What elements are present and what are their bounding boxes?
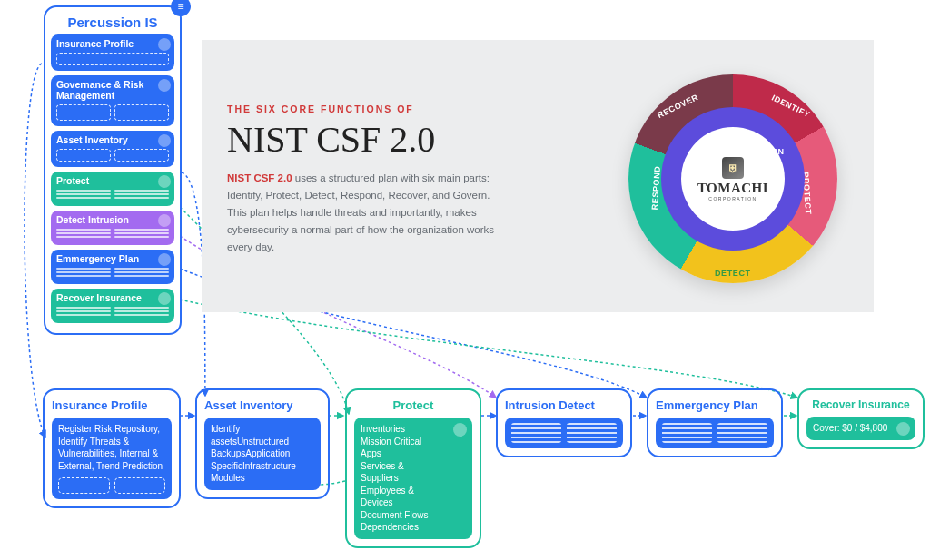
card-asset-inventory[interactable]: Asset Inventory Identify assetsUnstructu… (195, 388, 330, 499)
donut-segment-respond: RESPOND (650, 165, 662, 210)
card-body-text: InventoriesMission CriticalAppsServices … (361, 424, 428, 532)
card-insurance-profile[interactable]: Insurance Profile Register Risk Reposito… (43, 388, 181, 508)
sidebar-item-label: Detect Intrusion (56, 214, 169, 225)
sidebar-item-label: Emmergency Plan (56, 253, 169, 264)
card-body: Identify assetsUnstructured BackupsAppli… (204, 418, 321, 490)
donut-segment-detect: DETECT (715, 269, 751, 278)
donut-segment-recover: RECOVER (656, 93, 699, 120)
sidebar-item-recover-insurance[interactable]: Recover Insurance (51, 289, 174, 323)
card-body: Cover: $0 / $4,800 (806, 417, 915, 440)
card-title: Recover Insurance (806, 397, 915, 417)
card-body (505, 418, 623, 448)
expand-icon[interactable] (158, 292, 171, 305)
card-body-text: Cover: $0 / $4,800 (813, 423, 887, 433)
info-body-lead: NIST CSF 2.0 (227, 172, 292, 183)
card-body: Register Risk Repository, Identify Threa… (52, 418, 172, 499)
card-emergency-plan[interactable]: Emmergency Plan (647, 388, 783, 457)
sidebar-item-label: Governance & Risk Management (56, 79, 169, 101)
info-eyebrow: THE SIX CORE FUNCTIONS OF (227, 103, 509, 114)
card-body (656, 418, 774, 448)
info-body-text: uses a structured plan with six main par… (227, 172, 494, 252)
card-body: InventoriesMission CriticalAppsServices … (354, 418, 472, 539)
shield-icon: ⛨ (728, 162, 738, 173)
sidebar-handle-icon[interactable]: ≡ (171, 0, 191, 16)
donut-outer-ring: IDENTIFY PROTECT DETECT RESPOND RECOVER … (628, 74, 837, 283)
info-panel: THE SIX CORE FUNCTIONS OF NIST CSF 2.0 N… (202, 40, 874, 312)
expand-icon[interactable] (158, 175, 171, 188)
card-title: Asset Inventory (204, 397, 321, 418)
expand-icon[interactable] (158, 79, 171, 92)
card-title: Protect (354, 397, 472, 418)
sidebar-item-label: Asset Inventory (56, 134, 169, 145)
sidebar-item-governance[interactable]: Governance & Risk Management (51, 75, 174, 126)
info-icon (896, 422, 910, 436)
sidebar-item-label: Insurance Profile (56, 38, 169, 49)
expand-icon[interactable] (158, 134, 171, 147)
sidebar-item-protect[interactable]: Protect (51, 172, 174, 206)
card-intrusion-detect[interactable]: Intrusion Detect (496, 388, 632, 457)
sidebar-item-label: Protect (56, 175, 169, 186)
sidebar-title: Percussion IS (51, 13, 174, 34)
donut-brand: TOMACHI (698, 181, 768, 196)
donut-segment-identify: IDENTIFY (770, 93, 812, 119)
card-body-text: Register Risk Repository, Identify Threa… (58, 424, 163, 471)
info-body: NIST CSF 2.0 uses a structured plan with… (227, 170, 509, 256)
sidebar-item-label: Recover Insurance (56, 292, 169, 303)
info-heading: NIST CSF 2.0 (227, 118, 509, 161)
card-recover-insurance[interactable]: Recover Insurance Cover: $0 / $4,800 (797, 388, 925, 449)
sidebar-percussion: ≡ Percussion IS Insurance Profile Govern… (44, 5, 182, 335)
card-body-text: Identify assetsUnstructured BackupsAppli… (211, 424, 296, 483)
info-icon (453, 423, 467, 437)
nist-donut-chart: IDENTIFY PROTECT DETECT RESPOND RECOVER … (628, 74, 837, 283)
card-title: Insurance Profile (52, 397, 172, 418)
card-title: Intrusion Detect (505, 397, 623, 418)
sidebar-item-emergency-plan[interactable]: Emmergency Plan (51, 250, 174, 284)
sidebar-item-asset-inventory[interactable]: Asset Inventory (51, 131, 174, 167)
expand-icon[interactable] (158, 214, 171, 227)
donut-center: ⛨ TOMACHI CORPORATION (681, 127, 785, 231)
expand-icon[interactable] (158, 38, 171, 51)
card-protect[interactable]: Protect InventoriesMission CriticalAppsS… (345, 388, 481, 548)
sidebar-item-insurance-profile[interactable]: Insurance Profile (51, 34, 174, 71)
donut-brand-sub: CORPORATION (708, 196, 757, 201)
sidebar-item-detect-intrusion[interactable]: Detect Intrusion (51, 211, 174, 245)
expand-icon[interactable] (158, 253, 171, 266)
card-title: Emmergency Plan (656, 397, 774, 418)
